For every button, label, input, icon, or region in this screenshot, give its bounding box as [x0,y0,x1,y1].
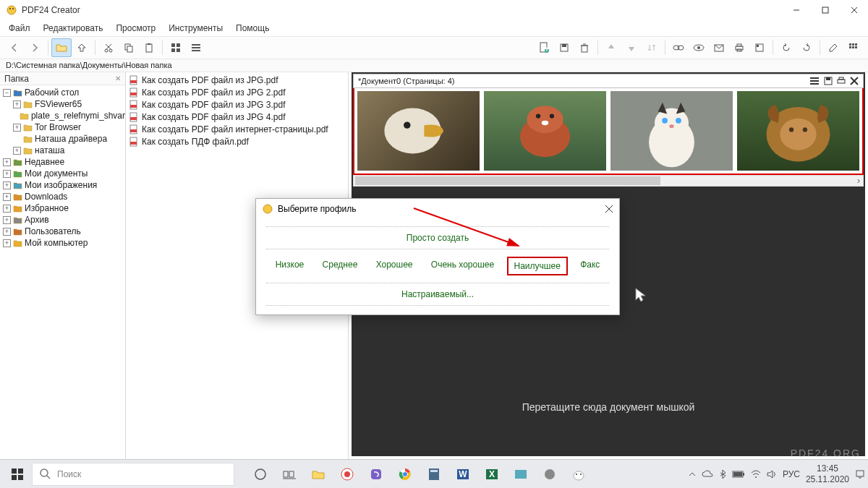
folder-tree[interactable]: −Рабочий стол+FSViewer65plate_s_relefnym… [0,85,125,459]
file-item[interactable]: Как создать PDF файл из JPG.pdf [129,74,345,86]
fax-button[interactable] [749,38,770,57]
tree-item[interactable]: plate_s_relefnymi_shvar [0,110,125,121]
quality-option-2[interactable]: Хорошее [370,257,419,275]
tree-expander[interactable]: + [3,205,11,213]
taskbar-word[interactable]: W [450,463,476,486]
quality-option-5[interactable]: Факс [574,257,605,275]
tree-expander[interactable]: + [13,100,21,108]
tree-item[interactable]: +Мои изображения [0,179,125,191]
tree-expander[interactable]: + [3,239,11,247]
taskbar-app-3[interactable] [537,463,563,486]
tree-expander[interactable]: + [13,124,21,132]
tree-item[interactable]: −Рабочий стол [0,87,125,98]
taskbar-excel[interactable]: X [479,463,505,486]
page-thumb-4[interactable] [737,91,859,171]
taskbar-chrome[interactable] [392,463,418,486]
quality-option-4[interactable]: Наилучшее [507,257,568,275]
taskbar-calculator[interactable] [421,463,447,486]
tree-item[interactable]: +Недавнее [0,156,125,168]
quality-option-0[interactable]: Низкое [270,257,310,275]
taskbar-cortana[interactable] [247,463,273,486]
taskbar-app-2[interactable] [508,463,534,486]
folder-pane-close[interactable]: ✕ [115,74,121,82]
preview-button[interactable] [689,38,709,57]
file-item[interactable]: Как создать PDF файл из JPG 4.pdf [129,111,345,123]
delete-button[interactable] [574,38,595,57]
tree-expander[interactable]: + [3,228,11,236]
rotate-right-button[interactable] [796,38,817,57]
page-thumb-3[interactable] [610,91,733,171]
back-button[interactable] [4,38,25,57]
tray-volume-icon[interactable] [767,470,777,479]
paste-button[interactable] [139,38,159,57]
dialog-close-button[interactable] [605,205,613,213]
new-doc-button[interactable]: + [534,38,554,57]
page-thumb-2[interactable] [484,91,606,171]
quality-option-1[interactable]: Среднее [317,257,364,275]
tree-item[interactable]: +Мой компьютер [0,237,125,249]
doc-close-icon[interactable] [850,77,859,85]
tree-item[interactable]: +Downloads [0,191,125,202]
tree-item[interactable]: +Tor Browser [0,121,125,133]
tray-notifications-icon[interactable] [855,469,865,479]
copy-button[interactable] [119,38,139,57]
tray-battery-icon[interactable] [732,471,745,478]
taskbar-pdf24[interactable] [566,463,592,486]
menu-file[interactable]: Файл [9,23,30,33]
file-item[interactable]: Как создать PDF файл из JPG 2.pdf [129,86,345,98]
tree-item[interactable]: +Избранное [0,202,125,214]
tray-clock[interactable]: 13:45 25.11.2020 [806,463,849,484]
doc-menu-icon[interactable] [809,77,820,85]
tree-expander[interactable]: + [3,216,11,224]
tree-item[interactable]: +FSViewer65 [0,98,125,110]
file-item[interactable]: Как создать ПДФ файл.pdf [129,135,345,147]
save-button[interactable] [554,38,574,57]
rotate-left-button[interactable] [776,38,796,57]
folder-button[interactable] [51,38,72,57]
move-down-button[interactable] [621,38,642,57]
tree-item[interactable]: Наташа драйвера [0,133,125,145]
doc-print-icon[interactable] [837,77,846,85]
tree-item[interactable]: +наташа [0,145,125,156]
up-button[interactable] [72,38,92,57]
page-thumbnails[interactable] [353,88,864,175]
tree-expander[interactable]: − [3,89,11,97]
minimize-button[interactable] [788,2,804,18]
tray-wifi-icon[interactable] [751,470,761,479]
menu-tools[interactable]: Инструменты [169,23,223,33]
doc-save-icon[interactable] [824,77,833,85]
email-button[interactable] [709,38,729,57]
file-item[interactable]: Как создать PDF файл из JPG 3.pdf [129,98,345,111]
close-button[interactable] [846,2,862,18]
tree-item[interactable]: +Пользователь [0,226,125,237]
tree-expander[interactable]: + [3,170,11,178]
tray-cloud-icon[interactable] [702,470,713,479]
page-thumb-1[interactable] [357,91,480,171]
start-button[interactable] [3,463,32,486]
dialog-custom[interactable]: Настраиваемый... [399,288,477,301]
quality-option-3[interactable]: Очень хорошее [425,257,500,275]
tray-language[interactable]: РУС [783,469,800,479]
tree-item[interactable]: +Архив [0,214,125,226]
grid-view-button[interactable] [166,38,186,57]
list-view-button[interactable] [186,38,206,57]
tree-expander[interactable]: + [3,193,11,201]
tree-expander[interactable]: + [3,181,11,189]
cut-button[interactable] [98,38,119,57]
taskbar-app-1[interactable] [334,463,360,486]
file-item[interactable]: Как создать PDF файл интернет-страницы.p… [129,123,345,135]
dialog-simple-create[interactable]: Просто создать [404,231,472,244]
link-button[interactable] [668,38,689,57]
sort-button[interactable] [642,38,662,57]
print-button[interactable] [729,38,749,57]
forward-button[interactable] [25,38,45,57]
taskbar-taskview[interactable] [276,463,302,486]
tree-expander[interactable]: + [13,147,21,155]
tree-item[interactable]: +Мои документы [0,168,125,179]
tree-expander[interactable]: + [3,158,11,166]
menu-edit[interactable]: Редактировать [43,23,103,33]
move-up-button[interactable] [601,38,621,57]
tools-button[interactable] [823,38,843,57]
menu-view[interactable]: Просмотр [116,23,156,33]
tray-chevron-icon[interactable] [689,471,696,477]
